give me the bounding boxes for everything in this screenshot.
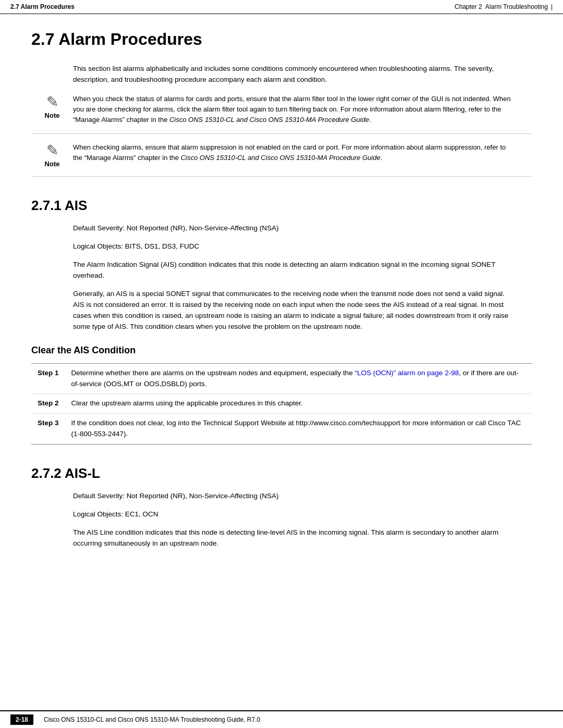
step-1-content: Determine whether there are alarms on th… [65, 363, 532, 394]
steps-table-271: Step 1 Determine whether there are alarm… [31, 363, 532, 445]
step-2-content: Clear the upstream alarms using the appl… [65, 394, 532, 414]
step-2-label: Step 2 [31, 394, 65, 414]
footer-text: Cisco ONS 15310-CL and Cisco ONS 15310-M… [44, 716, 260, 723]
header-chapter-label: Chapter 2 [455, 3, 482, 10]
footer-page-number: 2-18 [10, 714, 33, 725]
header-breadcrumb: 2.7 Alarm Procedures [10, 3, 75, 10]
step-3-label: Step 3 [31, 414, 65, 445]
note-icon-area-1: ✎ Note [31, 94, 73, 119]
main-content: 2.7 Alarm Procedures This section list a… [0, 14, 563, 598]
section-271-desc1: The Alarm Indication Signal (AIS) condit… [73, 260, 511, 281]
section-272-severity: Default Severity: Not Reported (NR), Non… [73, 491, 511, 502]
header-right: Chapter 2 Alarm Troubleshooting | [455, 3, 553, 10]
section-272-desc1: The AIS Line condition indicates that th… [73, 527, 511, 549]
header-chapter-title: Alarm Troubleshooting [485, 3, 548, 10]
pencil-icon-1: ✎ [46, 95, 58, 109]
step-1-link[interactable]: “LOS (OCN)” alarm on page 2-98 [355, 369, 459, 377]
header-pipe: | [551, 3, 553, 10]
clear-ais-heading: Clear the AIS Condition [31, 345, 532, 356]
pencil-icon-2: ✎ [46, 143, 58, 158]
note-block-1: ✎ Note When you check the status of alar… [31, 94, 532, 134]
intro-paragraph: This section list alarms alphabetically … [73, 64, 511, 85]
table-row: Step 1 Determine whether there are alarm… [31, 363, 532, 394]
table-row: Step 2 Clear the upstream alarms using t… [31, 394, 532, 414]
chapter-title: 2.7 Alarm Procedures [31, 30, 532, 51]
footer: 2-18 Cisco ONS 15310-CL and Cisco ONS 15… [0, 710, 563, 728]
section-272-logical-objects: Logical Objects: EC1, OCN [73, 509, 511, 520]
note-block-2: ✎ Note When checking alarms, ensure that… [31, 142, 532, 177]
section-271-logical-objects: Logical Objects: BITS, DS1, DS3, FUDC [73, 241, 511, 252]
note-icon-area-2: ✎ Note [31, 142, 73, 168]
note-text-2: When checking alarms, ensure that alarm … [73, 142, 532, 163]
header-bar: 2.7 Alarm Procedures Chapter 2 Alarm Tro… [0, 0, 563, 14]
note-label-2: Note [45, 160, 60, 168]
step-1-label: Step 1 [31, 363, 65, 394]
section-271-severity: Default Severity: Not Reported (NR), Non… [73, 223, 511, 234]
step-3-content: If the condition does not clear, log int… [65, 414, 532, 445]
note-text-1: When you check the status of alarms for … [73, 94, 532, 125]
section-271-desc2: Generally, an AIS is a special SONET sig… [73, 289, 511, 332]
section-272-heading: 2.7.2 AIS-L [31, 460, 532, 482]
table-row: Step 3 If the condition does not clear, … [31, 414, 532, 445]
note-label-1: Note [45, 112, 60, 119]
step-1-text-before: Determine whether there are alarms on th… [71, 369, 355, 377]
section-271-heading: 2.7.1 AIS [31, 192, 532, 214]
